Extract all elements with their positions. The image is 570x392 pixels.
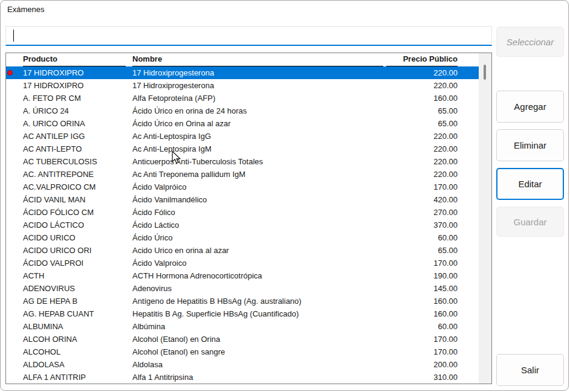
cell-producto: ACIDO URICO [23,231,132,244]
table-row[interactable]: ALFA 1 ANTITRIP Alfa 1 Antitripsina 310.… [6,371,479,384]
salir-button[interactable]: Salir [496,354,564,386]
table-row[interactable]: ÁCID VANIL MAN Ácido Vanilmandélico 420.… [6,193,479,206]
cell-nombre: Ácido Úrico [132,231,384,244]
cell-nombre: Alcohol (Etanol) en sangre [132,345,384,358]
cell-producto: AC ANTI-LEPTO [23,143,132,155]
exam-list: Producto Nombre Precio Público 17 HIDROX… [5,53,492,384]
cell-producto: AC.VALPROICO CM [23,181,132,193]
cell-producto: ALFA 1 ANTITRIP [23,371,132,384]
cell-nombre: Ácido Valpróico [132,181,384,193]
cell-producto: ADENOVIRUS [23,282,132,295]
scrollbar-thumb[interactable] [484,65,486,80]
cell-precio: 170.00 [384,333,479,345]
column-header-nombre[interactable]: Nombre [132,53,384,66]
table-row[interactable]: ALCOH ORINA Alcohol (Etanol) en Orina 17… [6,333,479,345]
search-input[interactable] [6,27,491,45]
cell-precio: 60.00 [384,320,479,333]
cell-precio: 170.00 [384,345,479,358]
cell-precio: 200.00 [384,358,479,371]
cell-precio: 65.00 [384,117,479,130]
cell-precio: 65.00 [384,104,479,117]
cell-nombre: Ácido Fólico [132,206,384,219]
column-header-precio[interactable]: Precio Público [384,53,479,66]
cell-producto: ACIDO URICO ORI [23,244,132,257]
cell-nombre: Alcohol (Etanol) en Orina [132,333,384,345]
scrollbar-track[interactable] [479,53,491,384]
table-row[interactable]: AG DE HEPA B Antígeno de Hepatitis B HBs… [6,295,479,307]
cell-nombre: 17 Hidroxiprogesterona [132,66,384,79]
exam-list-viewport: Producto Nombre Precio Público 17 HIDROX… [6,53,479,384]
table-row[interactable]: AC ANTI-LEPTO Ac Anti-Leptospira IgM 220… [6,143,479,155]
editar-button[interactable]: Editar [496,168,564,200]
cell-precio: 65.00 [384,244,479,257]
table-row[interactable]: ALDOLASA Aldolasa 200.00 [6,358,479,371]
cell-precio: 145.00 [384,282,479,295]
table-row[interactable]: ACTH ACTH Hormona Adrenocorticotrópica 1… [6,269,479,282]
table-row[interactable]: A. ÚRICO 24 Ácido Úrico en orina de 24 h… [6,104,479,117]
eliminar-button[interactable]: Eliminar [496,129,564,161]
cell-nombre: Aldolasa [132,358,384,371]
table-row[interactable]: AC.VALPROICO CM Ácido Valpróico 170.00 [6,181,479,193]
table-row[interactable]: ÁCIDO VALPROI Ácido Valproico 170.00 [6,257,479,269]
cell-nombre: Alfa Fetoproteína (AFP) [132,92,384,104]
cell-nombre: Albúmina [132,320,384,333]
column-header-producto[interactable]: Producto [23,53,132,66]
cell-producto: ÁCIDO VALPROI [23,257,132,269]
cell-nombre: Alfa 1 Antitripsina [132,371,384,384]
cell-producto: 17 HIDROXIPRO [23,66,132,79]
cell-precio: 170.00 [384,181,479,193]
table-row[interactable]: ACIDO URICO Ácido Úrico 60.00 [6,231,479,244]
cell-precio: 160.00 [384,92,479,104]
cell-nombre: Acido Urico en orina al azar [132,244,384,257]
cell-producto: ACIDO LÁCTICO [23,219,132,231]
table-row[interactable]: AG. HEPAB CUANT Hepatitis B Ag. Superfic… [6,307,479,320]
cell-precio: 370.00 [384,219,479,231]
cell-producto: ALDOLASA [23,358,132,371]
cell-producto: AG. HEPAB CUANT [23,307,132,320]
selected-row-marker-icon [7,70,13,76]
cell-precio: 310.00 [384,371,479,384]
cell-nombre: Ácido Úrico en Orina al azar [132,117,384,130]
table-row[interactable]: 17 HIDROXIPRO 17 Hidroxiprogesterona 220… [6,66,479,79]
cell-nombre: Ácido Vanilmandélico [132,193,384,206]
table-row[interactable]: A. URICO ORINA Ácido Úrico en Orina al a… [6,117,479,130]
cell-nombre: Ácido Láctico [132,219,384,231]
cell-precio: 220.00 [384,143,479,155]
cell-producto: ALCOH ORINA [23,333,132,345]
agregar-button[interactable]: Agregar [496,91,564,123]
table-row[interactable]: ADENOVIRUS Adenovirus 145.00 [6,282,479,295]
cell-precio: 60.00 [384,231,479,244]
cell-producto: AC TUBERCULOSIS [23,155,132,168]
cell-producto: ÁCIDO FÓLICO CM [23,206,132,219]
cell-precio: 220.00 [384,168,479,181]
cell-producto: ÁCID VANIL MAN [23,193,132,206]
table-row[interactable]: AC ANTILEP IGG Ac Anti-Leptospira IgG 22… [6,130,479,143]
cell-nombre: Ac Anti Treponema pallidum IgM [132,168,384,181]
table-row[interactable]: A. FETO PR CM Alfa Fetoproteína (AFP) 16… [6,92,479,104]
cell-precio: 420.00 [384,193,479,206]
table-row[interactable]: ACIDO LÁCTICO Ácido Láctico 370.00 [6,219,479,231]
table-row[interactable]: AC. ANTITREPONE Ac Anti Treponema pallid… [6,168,479,181]
cell-precio: 170.00 [384,257,479,269]
cell-nombre: Ácido Úrico en orina de 24 horas [132,104,384,117]
cell-precio: 190.00 [384,269,479,282]
table-row[interactable]: ALBUMINA Albúmina 60.00 [6,320,479,333]
cell-producto: AC ANTILEP IGG [23,130,132,143]
window-title: Exámenes [7,5,44,14]
exam-list-rows: 17 HIDROXIPRO 17 Hidroxiprogesterona 220… [6,66,479,384]
cell-precio: 270.00 [384,206,479,219]
cell-producto: ALBUMINA [23,320,132,333]
guardar-button[interactable]: Guardar [496,207,564,237]
seleccionar-button[interactable]: Seleccionar [496,27,564,57]
table-row[interactable]: AC TUBERCULOSIS Anticuerpos Anti-Tubercu… [6,155,479,168]
cell-precio: 220.00 [384,66,479,79]
table-row[interactable]: 17 HIDROXIPRO 17 Hidroxiprogesterona 220… [6,79,479,92]
cell-nombre: Hepatitis B Ag. Superficie HBsAg (Cuanti… [132,307,384,320]
cell-precio: 160.00 [384,295,479,307]
table-row[interactable]: ALCOHOL Alcohol (Etanol) en sangre 170.0… [6,345,479,358]
table-row[interactable]: ACIDO URICO ORI Acido Urico en orina al … [6,244,479,257]
cell-producto: ALCOHOL [23,345,132,358]
cell-nombre: Ac Anti-Leptospira IgG [132,130,384,143]
text-caret [13,30,14,42]
table-row[interactable]: ÁCIDO FÓLICO CM Ácido Fólico 270.00 [6,206,479,219]
